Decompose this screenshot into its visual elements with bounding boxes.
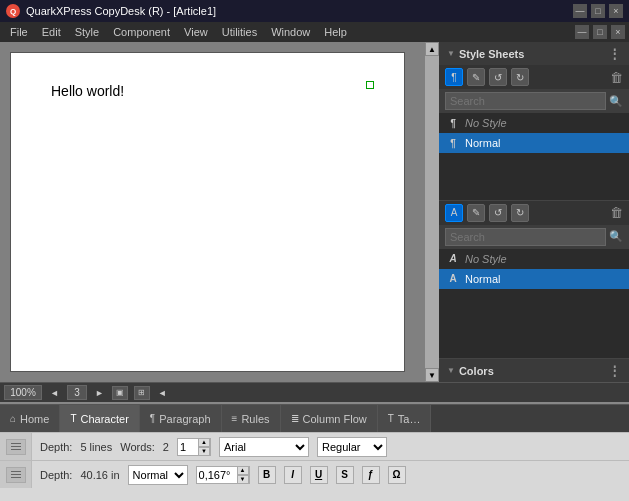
selection-handle[interactable] [366,81,374,89]
words-label: Words: [120,441,155,453]
menu-utilities[interactable]: Utilities [216,24,263,40]
panel-restore-button[interactable]: □ [593,25,607,39]
stepper-up[interactable]: ▲ [198,438,210,447]
underline-button[interactable]: U [310,466,328,484]
colors-options-icon[interactable]: ⋮ [608,363,621,378]
tab-paragraph[interactable]: ¶ Paragraph [140,405,222,432]
paragraph-search-icon[interactable]: 🔍 [609,95,623,108]
font-style-select[interactable]: Regular [317,437,387,457]
style-sheets-title: Style Sheets [459,48,524,60]
page-field[interactable] [178,441,198,453]
depth-value-1: 5 lines [80,441,112,453]
nav-left-icon[interactable]: ◄ [156,387,169,399]
special-button[interactable]: Ω [388,466,406,484]
collapse-triangle-icon: ▼ [447,49,455,58]
scroll-track[interactable] [425,56,439,368]
tab-home[interactable]: ⌂ Home [0,405,60,432]
document-content[interactable]: Hello world! [51,83,124,99]
tab-character-label: Character [81,413,129,425]
duplicate-char-style-button[interactable]: ↺ [489,204,507,222]
maximize-button[interactable]: □ [591,4,605,18]
character-no-style-item[interactable]: A No Style [439,249,629,269]
character-mode-button[interactable]: A [445,204,463,222]
menu-edit[interactable]: Edit [36,24,67,40]
duplicate-style-button[interactable]: ↺ [489,68,507,86]
character-search-input[interactable] [445,228,606,246]
paragraph-mode-button[interactable]: ¶ [445,68,463,86]
menu-style[interactable]: Style [69,24,105,40]
scroll-down-button[interactable]: ▼ [425,368,439,382]
edit-style-button[interactable]: ✎ [467,68,485,86]
scroll-up-button[interactable]: ▲ [425,42,439,56]
paragraph-icon-2: ¶ [447,137,459,149]
paragraph-search-input[interactable] [445,92,606,110]
zoom-input[interactable] [4,385,42,400]
paragraph-tab-icon: ¶ [150,413,155,424]
ligature-button[interactable]: ƒ [362,466,380,484]
paragraph-style-list: ¶ No Style ¶ Normal [439,113,629,200]
colors-collapse-icon: ▼ [447,366,455,375]
char-normal-label: Normal [465,273,500,285]
menu-file[interactable]: File [4,24,34,40]
nav-prev-icon[interactable]: ◄ [48,387,61,399]
column-flow-icon: ≣ [291,413,299,424]
svg-rect-5 [11,477,21,478]
sync-style-button[interactable]: ↻ [511,68,529,86]
bold-button[interactable]: B [258,466,276,484]
paragraph-styles-section: ▼ Style Sheets ⋮ ¶ ✎ ↺ ↻ 🗑 🔍 ¶ No [439,42,629,201]
svg-rect-0 [11,443,21,444]
bottom-area: ⌂ Home T Character ¶ Paragraph ≡ Rules ≣ [0,402,629,501]
doc-vertical-scrollbar[interactable]: ▲ ▼ [425,42,439,382]
char-no-style-label: No Style [465,253,507,265]
char-icon: A [447,253,459,265]
paragraph-search-bar: 🔍 [439,89,629,113]
edit-char-style-button[interactable]: ✎ [467,204,485,222]
depth-value-2: 40.16 in [80,469,119,481]
paragraph-normal-item[interactable]: ¶ Normal [439,133,629,153]
normal-style-label: Normal [465,137,500,149]
menu-view[interactable]: View [178,24,214,40]
tab-character[interactable]: T Character [60,405,139,432]
svg-rect-3 [11,471,21,472]
italic-button[interactable]: I [284,466,302,484]
strikethrough-button[interactable]: S [336,466,354,484]
svg-rect-2 [11,449,21,450]
panel-options-icon[interactable]: ⋮ [608,46,621,61]
menu-help[interactable]: Help [318,24,353,40]
panel-minimize-button[interactable]: — [575,25,589,39]
character-normal-item[interactable]: A Normal [439,269,629,289]
paragraph-no-style-item[interactable]: ¶ No Style [439,113,629,133]
delete-char-style-icon[interactable]: 🗑 [610,205,623,220]
tab-rules[interactable]: ≡ Rules [222,405,281,432]
paragraph-toolbar: ¶ ✎ ↺ ↻ 🗑 [439,65,629,89]
bottom-tab-bar: ⌂ Home T Character ¶ Paragraph ≡ Rules ≣ [0,404,629,432]
row1-icon [6,439,26,455]
view-mode-button-2[interactable]: ⊞ [134,386,150,400]
close-button[interactable]: × [609,4,623,18]
menu-window[interactable]: Window [265,24,316,40]
ta-tab-icon: T [388,413,394,424]
coord-field[interactable] [197,469,237,481]
tab-ta[interactable]: T Ta… [378,405,432,432]
nav-next-icon[interactable]: ► [93,387,106,399]
style-select[interactable]: Normal [128,465,188,485]
tab-column-flow[interactable]: ≣ Column Flow [281,405,378,432]
menu-component[interactable]: Component [107,24,176,40]
page-number-input[interactable] [67,385,87,400]
view-mode-button-1[interactable]: ▣ [112,386,128,400]
character-search-icon[interactable]: 🔍 [609,230,623,243]
panel-close-button[interactable]: × [611,25,625,39]
stepper-down[interactable]: ▼ [198,447,210,456]
row2-icon [6,467,26,483]
sync-char-style-button[interactable]: ↻ [511,204,529,222]
minimize-button[interactable]: — [573,4,587,18]
no-style-label: No Style [465,117,507,129]
coord-stepper-up[interactable]: ▲ [237,466,249,475]
character-search-bar: 🔍 [439,225,629,249]
title-bar: Q QuarkXPress CopyDesk (R) - [Article1] … [0,0,629,22]
depth-label-1: Depth: [40,441,72,453]
character-tab-icon: T [70,413,76,424]
font-select[interactable]: Arial [219,437,309,457]
coord-stepper-down[interactable]: ▼ [237,475,249,484]
delete-style-icon[interactable]: 🗑 [610,70,623,85]
